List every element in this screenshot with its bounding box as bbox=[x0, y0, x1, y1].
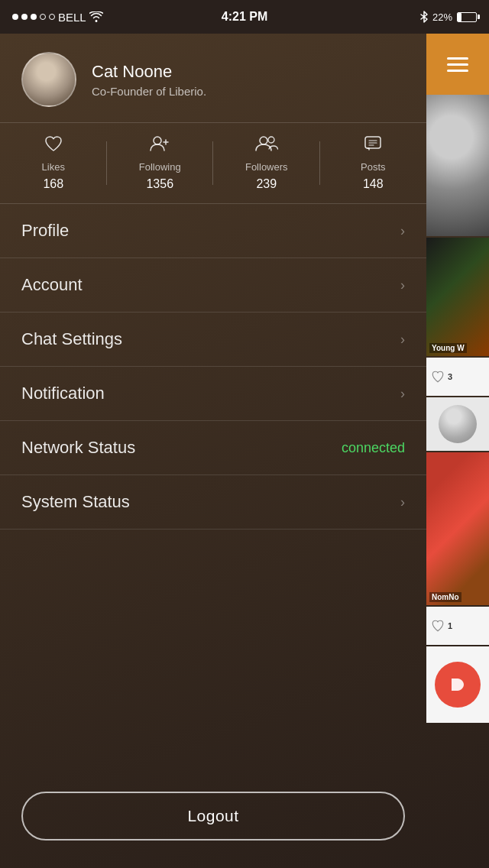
profile-subtitle: Co-Founder of Liberio. bbox=[92, 85, 206, 98]
stat-followers[interactable]: Followers 239 bbox=[213, 135, 320, 191]
status-right: 22% bbox=[420, 11, 477, 23]
chevron-icon-profile: › bbox=[400, 223, 405, 239]
menu-item-notification-right: › bbox=[400, 386, 405, 402]
logout-area: Logout bbox=[0, 769, 426, 868]
rp-logo bbox=[435, 662, 481, 708]
menu-item-chat-settings-label: Chat Settings bbox=[21, 329, 122, 349]
profile-info: Cat Noone Co-Founder of Liberio. bbox=[92, 62, 206, 98]
menu-item-system-status[interactable]: System Status › bbox=[0, 475, 426, 530]
avatar bbox=[21, 52, 76, 107]
network-connected-status: connected bbox=[342, 440, 405, 456]
stat-following-value: 1356 bbox=[146, 177, 173, 191]
stats-row: Likes 168 Following 1356 bbox=[0, 123, 426, 204]
menu-item-profile[interactable]: Profile › bbox=[0, 204, 426, 258]
rp-item-2: Young W bbox=[426, 238, 489, 356]
menu-item-network-status[interactable]: Network Status connected bbox=[0, 421, 426, 475]
posts-icon bbox=[364, 135, 382, 157]
menu-item-chat-settings-right: › bbox=[400, 332, 405, 348]
rp-avatar-row bbox=[426, 397, 489, 451]
rp-logo-row bbox=[426, 646, 489, 723]
stat-followers-label: Followers bbox=[245, 161, 288, 173]
stat-posts[interactable]: Posts 148 bbox=[320, 135, 427, 191]
stat-following[interactable]: Following 1356 bbox=[107, 135, 214, 191]
stat-followers-value: 239 bbox=[256, 177, 277, 191]
menu-item-notification[interactable]: Notification › bbox=[0, 367, 426, 421]
rp-label-1: Young W bbox=[429, 343, 467, 353]
signal-dots bbox=[12, 14, 55, 20]
rp-image-1 bbox=[426, 95, 489, 236]
status-time: 4:21 PM bbox=[222, 10, 267, 24]
chevron-icon-system: › bbox=[400, 494, 405, 510]
carrier-label: BELL bbox=[58, 11, 86, 24]
rp-like-count-1: 3 bbox=[448, 372, 452, 381]
dot-2 bbox=[21, 14, 28, 20]
battery-percent: 22% bbox=[432, 11, 452, 23]
svg-point-2 bbox=[268, 137, 274, 143]
dot-3 bbox=[31, 14, 37, 20]
dot-4 bbox=[40, 14, 46, 20]
menu-item-network-label: Network Status bbox=[21, 438, 135, 458]
chevron-icon-notification: › bbox=[400, 386, 405, 402]
hamburger-line-3 bbox=[447, 70, 468, 72]
stat-following-label: Following bbox=[139, 161, 181, 173]
hamburger-icon bbox=[447, 57, 468, 72]
avatar-inner bbox=[23, 53, 75, 105]
hamburger-line-2 bbox=[447, 63, 468, 66]
menu-item-account-right: › bbox=[400, 277, 405, 293]
status-left: BELL bbox=[12, 11, 103, 24]
svg-point-0 bbox=[154, 137, 161, 144]
stat-posts-label: Posts bbox=[361, 161, 386, 173]
bubble-icon bbox=[364, 135, 382, 152]
chevron-icon-chat: › bbox=[400, 332, 405, 348]
menu-item-profile-label: Profile bbox=[21, 221, 69, 241]
persons-icon bbox=[254, 135, 279, 152]
chevron-icon-account: › bbox=[400, 277, 405, 293]
person-plus-icon bbox=[149, 135, 170, 152]
menu-item-notification-label: Notification bbox=[21, 384, 105, 403]
battery-icon bbox=[457, 12, 477, 22]
main-container: Young W 3 NomNo 1 bbox=[0, 34, 489, 868]
menu-item-network-right: connected bbox=[342, 440, 405, 456]
rp-label-2: NomNo bbox=[429, 592, 461, 602]
following-icon bbox=[149, 135, 170, 157]
dot-1 bbox=[12, 14, 18, 20]
heart-icon bbox=[44, 135, 63, 152]
right-panel: Young W 3 NomNo 1 bbox=[426, 34, 489, 868]
menu-item-chat-settings[interactable]: Chat Settings › bbox=[0, 313, 426, 367]
rp-like-count-2: 1 bbox=[448, 621, 452, 630]
profile-name: Cat Noone bbox=[92, 62, 206, 82]
bluetooth-icon bbox=[420, 11, 428, 23]
battery-fill bbox=[458, 13, 461, 21]
right-panel-content: Young W 3 NomNo 1 bbox=[426, 95, 489, 723]
stat-posts-value: 148 bbox=[363, 177, 384, 191]
menu-item-profile-right: › bbox=[400, 223, 405, 239]
stat-likes[interactable]: Likes 168 bbox=[0, 135, 107, 191]
wifi-icon bbox=[89, 11, 103, 22]
profile-header: Cat Noone Co-Founder of Liberio. bbox=[0, 34, 426, 123]
rp-image-3: NomNo bbox=[426, 452, 489, 605]
rp-logo-icon bbox=[445, 672, 470, 697]
status-bar: BELL 4:21 PM 22% bbox=[0, 0, 489, 34]
right-panel-header[interactable] bbox=[426, 34, 489, 95]
menu-items: Profile › Account › Chat Settings › Noti… bbox=[0, 204, 426, 769]
hamburger-line-1 bbox=[447, 57, 468, 60]
menu-item-account[interactable]: Account › bbox=[0, 258, 426, 313]
rp-like-row-2: 1 bbox=[426, 607, 489, 645]
stat-likes-value: 168 bbox=[43, 177, 63, 191]
stat-likes-label: Likes bbox=[42, 161, 65, 173]
dot-5 bbox=[49, 14, 55, 20]
rp-avatar bbox=[439, 405, 477, 443]
logout-button[interactable]: Logout bbox=[21, 792, 405, 840]
like-heart-icon-1 bbox=[431, 370, 445, 384]
menu-panel: Cat Noone Co-Founder of Liberio. Likes 1… bbox=[0, 34, 426, 868]
likes-icon bbox=[44, 135, 63, 157]
rp-like-row-1: 3 bbox=[426, 358, 489, 396]
menu-item-system-right: › bbox=[400, 494, 405, 510]
rp-item-3: NomNo bbox=[426, 452, 489, 605]
rp-item-1 bbox=[426, 95, 489, 236]
menu-item-account-label: Account bbox=[21, 275, 83, 295]
rp-image-2: Young W bbox=[426, 238, 489, 356]
followers-icon bbox=[254, 135, 279, 157]
like-heart-icon-2 bbox=[431, 619, 445, 633]
menu-item-system-label: System Status bbox=[21, 492, 130, 512]
